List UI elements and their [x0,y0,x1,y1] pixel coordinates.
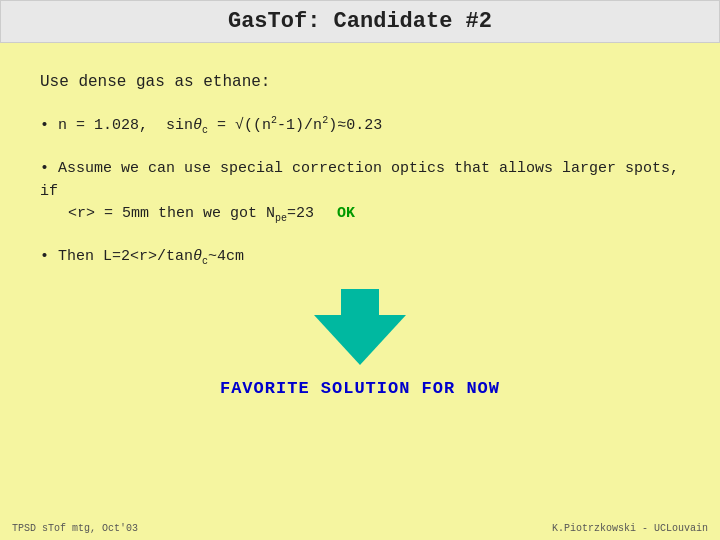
slide-content: Use dense gas as ethane: • n = 1.028, si… [0,73,720,398]
arrow-head [314,315,406,365]
arrow-container [40,289,680,365]
bullet-1: • n = 1.028, sinθc = √((n2-1)/n2)≈0.23 [40,113,680,138]
bullet-1-text: n = 1.028, sinθc = √((n2-1)/n2)≈0.23 [58,117,382,134]
arrow-body [341,289,379,315]
slide-title: GasTof: Candidate #2 [0,0,720,43]
intro-text: Use dense gas as ethane: [40,73,680,91]
bullet-3-dot: • [40,248,58,265]
bullet-1-dot: • [40,117,58,134]
footer-right: K.Piotrzkowski - UCLouvain [552,523,708,534]
favorite-label: FAVORITE SOLUTION FOR NOW [40,379,680,398]
bullet-3-text: Then L=2<r>/tanθc~4cm [58,248,244,265]
bullet-2-text: Assume we can use special correction opt… [40,160,679,222]
bullet-3: • Then L=2<r>/tanθc~4cm [40,246,680,269]
bullet-2-dot: • [40,160,58,177]
ok-label: OK [337,205,355,222]
footer-left: TPSD sTof mtg, Oct'03 [12,523,138,534]
footer: TPSD sTof mtg, Oct'03 K.Piotrzkowski - U… [12,523,708,534]
slide: GasTof: Candidate #2 Use dense gas as et… [0,0,720,540]
bullet-2: • Assume we can use special correction o… [40,158,680,226]
down-arrow [314,289,406,365]
bullet-2-indent: <r> = 5mm then we got Npe=23 OK [68,205,355,222]
